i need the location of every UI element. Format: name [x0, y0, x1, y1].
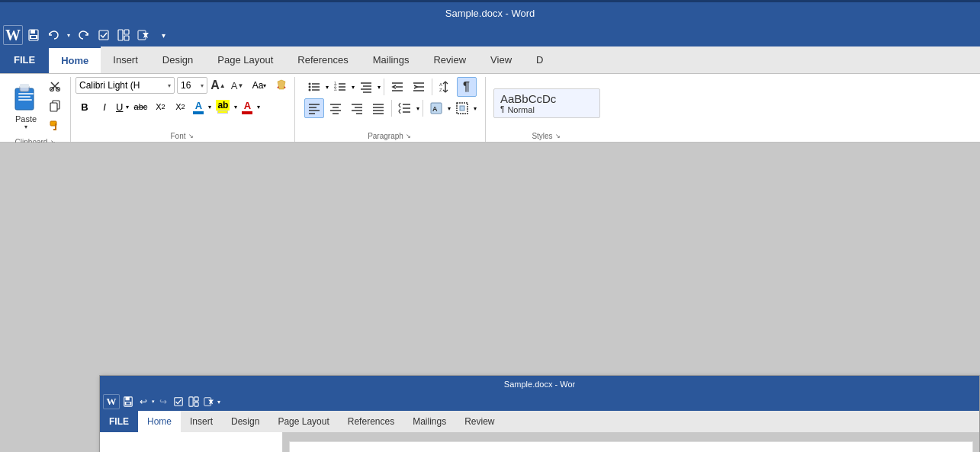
multilevel-list-dropdown[interactable]: ▾: [378, 84, 381, 91]
borders-dropdown[interactable]: ▾: [474, 105, 477, 112]
numbered-list-dropdown[interactable]: ▾: [352, 84, 355, 91]
bg-layout-btn[interactable]: [187, 395, 201, 409]
justify-button[interactable]: [368, 98, 388, 118]
tab-d[interactable]: D: [524, 46, 555, 73]
font-name-selector[interactable]: Calibri Light (H ▾: [76, 77, 175, 94]
bg-custom-btn[interactable]: [202, 395, 216, 409]
line-spacing-dropdown[interactable]: ▾: [416, 105, 419, 112]
styles-preview[interactable]: AaBbCcDc ¶ Normal: [493, 88, 600, 118]
copy-button[interactable]: [46, 97, 64, 115]
bg-tab-mailings[interactable]: Mailings: [403, 411, 455, 432]
custom-button[interactable]: [134, 26, 153, 44]
cut-button[interactable]: [46, 77, 64, 95]
align-center-button[interactable]: [326, 98, 345, 118]
svg-rect-81: [194, 402, 198, 406]
svg-rect-23: [53, 129, 56, 130]
redo-button[interactable]: [75, 26, 93, 44]
bg-tab-review[interactable]: Review: [455, 411, 503, 432]
bg-doc-area: [283, 432, 979, 452]
highlight-button[interactable]: ab: [214, 98, 232, 115]
svg-rect-13: [18, 96, 31, 98]
tab-view[interactable]: View: [478, 46, 524, 73]
subscript-button[interactable]: X2: [151, 98, 169, 116]
para-row2: ▾ A ▾ ▾: [304, 98, 477, 118]
multilevel-list-button[interactable]: [356, 77, 376, 97]
shading-dropdown[interactable]: ▾: [448, 105, 451, 112]
bg-undo-drop[interactable]: ▾: [152, 399, 155, 405]
bg-tab-insert[interactable]: Insert: [181, 411, 222, 432]
bg-save-btn[interactable]: [121, 395, 135, 409]
font-expand[interactable]: ↘: [188, 133, 195, 140]
font-color-button[interactable]: A: [191, 98, 206, 116]
svg-rect-12: [18, 93, 34, 95]
para-divider3: [391, 100, 392, 117]
underline-dropdown[interactable]: ▾: [125, 104, 130, 111]
tab-references[interactable]: References: [285, 46, 360, 73]
tab-home[interactable]: Home: [49, 46, 101, 73]
font-size-selector[interactable]: 16 ▾: [177, 77, 207, 94]
more-button[interactable]: ▾: [154, 26, 172, 44]
bg-sidebar: [100, 432, 283, 452]
svg-point-27: [308, 86, 310, 88]
bg-check-btn[interactable]: [172, 395, 185, 409]
bg-tab-references[interactable]: References: [339, 411, 403, 432]
bg-tab-design[interactable]: Design: [222, 411, 268, 432]
tab-design[interactable]: Design: [150, 46, 205, 73]
clear-format-button[interactable]: [273, 77, 290, 94]
background-word-window: Sample.docx - Wor W ↩ ▾ ↪ ▾: [99, 375, 980, 452]
highlight-dropdown[interactable]: ▾: [233, 104, 238, 111]
save-button[interactable]: [24, 26, 43, 44]
shading-button[interactable]: A: [426, 98, 446, 118]
font-color-dropdown[interactable]: ▾: [207, 104, 212, 111]
paste-button[interactable]: Paste ▾: [8, 77, 44, 135]
bg-tab-home[interactable]: Home: [138, 411, 181, 432]
svg-point-28: [308, 89, 310, 91]
tab-insert[interactable]: Insert: [101, 46, 150, 73]
numbered-list-button[interactable]: 1. 2. 3.: [330, 77, 350, 97]
highlight-indicator: [217, 111, 228, 114]
bg-ribbon-tabs: FILE Home Insert Design Page Layout Refe…: [100, 411, 979, 432]
sort-button[interactable]: A Z: [435, 77, 455, 97]
styles-expand[interactable]: ↘: [554, 133, 562, 140]
change-case-button[interactable]: Aa ▾: [248, 77, 271, 94]
bg-tab-file[interactable]: FILE: [100, 411, 138, 432]
tab-file[interactable]: FILE: [0, 46, 49, 73]
grow-font-button[interactable]: A ▲: [210, 77, 227, 94]
undo-button[interactable]: [44, 26, 63, 44]
shrink-font-button[interactable]: A ▼: [229, 77, 246, 94]
superscript-button[interactable]: X2: [171, 98, 189, 116]
increase-indent-button[interactable]: [409, 77, 429, 97]
clipboard-small-buttons: [46, 77, 64, 135]
bg-more-btn[interactable]: ▾: [217, 399, 220, 406]
decrease-indent-button[interactable]: [387, 77, 407, 97]
format-painter-button[interactable]: [46, 117, 64, 135]
ribbon-content: Paste ▾: [0, 74, 980, 143]
align-left-button[interactable]: [304, 98, 324, 118]
paste-dropdown-arrow[interactable]: ▾: [24, 123, 27, 130]
check-button[interactable]: [95, 26, 113, 44]
italic-button[interactable]: I: [95, 98, 114, 116]
line-spacing-button[interactable]: [395, 98, 415, 118]
borders-button[interactable]: [452, 98, 472, 118]
underline-button[interactable]: U: [115, 101, 124, 114]
svg-text:A: A: [432, 105, 438, 113]
bg-tab-page-layout[interactable]: Page Layout: [268, 411, 338, 432]
para-row1: ▾ 1. 2. 3. ▾: [304, 77, 477, 97]
align-right-button[interactable]: [347, 98, 367, 118]
font-color-red-dropdown[interactable]: ▾: [256, 104, 261, 111]
show-formatting-button[interactable]: ¶: [457, 77, 477, 97]
font-color-red-button[interactable]: A: [239, 98, 255, 116]
bullet-list-dropdown[interactable]: ▾: [326, 84, 329, 91]
strikethrough-button[interactable]: abc: [131, 98, 149, 116]
bg-undo-btn[interactable]: ↩: [137, 395, 150, 409]
tab-review[interactable]: Review: [421, 46, 478, 73]
paragraph-expand[interactable]: ↘: [405, 133, 413, 140]
font-controls-row1: Calibri Light (H ▾ 16 ▾ A ▲ A ▼ Aa ▾: [76, 77, 290, 94]
layout-button[interactable]: [114, 26, 133, 44]
tab-page-layout[interactable]: Page Layout: [205, 46, 285, 73]
undo-dropdown[interactable]: ▾: [64, 26, 73, 44]
bg-redo-btn[interactable]: ↪: [156, 395, 170, 409]
bold-button[interactable]: B: [76, 98, 94, 116]
bullet-list-button[interactable]: [304, 77, 324, 97]
tab-mailings[interactable]: Mailings: [361, 46, 422, 73]
